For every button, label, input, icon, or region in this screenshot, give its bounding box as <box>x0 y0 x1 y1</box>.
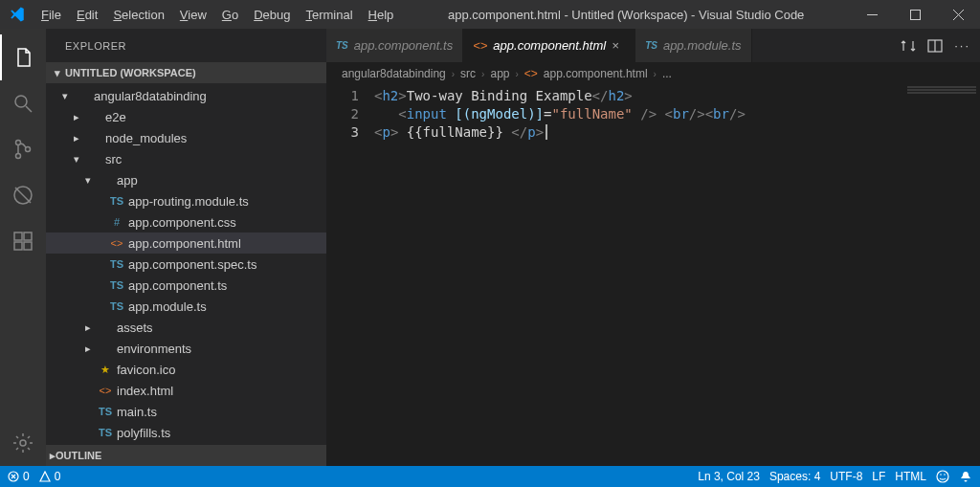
editor[interactable]: 123 <h2>Two-way Binding Example</h2> <in… <box>326 85 980 466</box>
search-icon[interactable] <box>0 80 46 126</box>
menu-item-view[interactable]: View <box>172 4 214 26</box>
status-encoding[interactable]: UTF-8 <box>830 470 862 483</box>
tree-item[interactable]: <>app.component.html <box>46 232 326 254</box>
feedback-icon[interactable] <box>936 470 949 483</box>
more-icon[interactable]: ··· <box>954 38 970 53</box>
status-eol[interactable]: LF <box>872 470 885 483</box>
twisty-icon: ▸ <box>69 132 84 144</box>
activity-bar <box>0 29 46 466</box>
breadcrumbs[interactable]: angular8databinding›src›app›<>app.compon… <box>326 62 980 85</box>
menu-item-debug[interactable]: Debug <box>246 4 298 26</box>
status-warnings[interactable]: 0 <box>39 470 61 483</box>
minimap[interactable] <box>903 85 980 466</box>
svg-point-16 <box>944 474 946 476</box>
tree-item[interactable]: ▾src <box>46 148 326 169</box>
tree-item-label: app-routing.module.ts <box>126 194 249 209</box>
svg-rect-10 <box>24 232 32 240</box>
outline-section-header[interactable]: ▸ OUTLINE <box>46 445 326 466</box>
tree-item[interactable]: #app.component.css <box>46 211 326 232</box>
file-icon: TS <box>107 279 126 291</box>
svg-point-5 <box>26 147 31 152</box>
svg-rect-8 <box>14 242 22 250</box>
file-icon: TS <box>96 427 115 438</box>
status-spaces[interactable]: Spaces: 4 <box>769 470 820 483</box>
tree-item[interactable]: <>index.html <box>46 380 326 401</box>
breadcrumb-separator: › <box>478 69 488 79</box>
tree-item[interactable]: ▸node_modules <box>46 127 326 148</box>
menu-bar: FileEditSelectionViewGoDebugTerminalHelp <box>33 4 401 26</box>
maximize-button[interactable] <box>894 0 937 29</box>
minimize-button[interactable] <box>851 0 894 29</box>
breadcrumb-item[interactable]: app.component.html <box>544 67 648 80</box>
status-bar: 0 0 Ln 3, Col 23 Spaces: 4 UTF-8 LF HTML <box>0 466 980 487</box>
twisty-icon: ▾ <box>80 174 96 187</box>
svg-rect-7 <box>14 232 22 240</box>
menu-item-terminal[interactable]: Terminal <box>298 4 360 26</box>
debug-icon[interactable] <box>0 172 46 218</box>
breadcrumb-item[interactable]: angular8databinding <box>342 67 446 80</box>
breadcrumb-item[interactable]: src <box>460 67 476 80</box>
file-icon: ★ <box>96 364 115 376</box>
explorer-icon[interactable] <box>0 34 46 80</box>
tab[interactable]: <>app.component.html× <box>463 29 635 62</box>
breadcrumb-separator: › <box>448 69 458 79</box>
tree-item[interactable]: TSapp.component.spec.ts <box>46 254 326 275</box>
tree-item[interactable]: ▾app <box>46 169 326 190</box>
tree-item[interactable]: ▾angular8databinding <box>46 85 326 106</box>
menu-item-selection[interactable]: Selection <box>105 4 171 26</box>
tree-item[interactable]: ▸environments <box>46 338 326 359</box>
tab-label: app.component.ts <box>354 38 453 53</box>
twisty-icon: ▸ <box>69 111 84 123</box>
breadcrumb-item[interactable]: app <box>490 67 509 80</box>
tree-item-label: app.module.ts <box>126 299 207 314</box>
file-icon: TS <box>107 300 126 312</box>
tree-item[interactable]: TSapp.module.ts <box>46 296 326 317</box>
close-icon[interactable]: × <box>612 38 625 53</box>
menu-item-help[interactable]: Help <box>361 4 402 26</box>
tree-item-label: favicon.ico <box>115 363 175 377</box>
tree-item[interactable]: TSmain.ts <box>46 401 326 422</box>
twisty-icon: ▾ <box>57 90 73 102</box>
workspace-section-header[interactable]: ▾ UNTITLED (WORKSPACE) <box>46 62 326 83</box>
status-language[interactable]: HTML <box>895 470 926 483</box>
status-errors[interactable]: 0 <box>8 470 30 483</box>
line-number: 2 <box>326 105 359 123</box>
tree-item[interactable]: ▸assets <box>46 317 326 338</box>
sidebar: EXPLORER ▾ UNTITLED (WORKSPACE) ▾angular… <box>46 29 326 466</box>
code-line[interactable]: <input [(ngModel)]="fullName" /> <br/><b… <box>374 105 903 123</box>
tab-bar: TSapp.component.ts<>app.component.html×T… <box>326 29 980 62</box>
extensions-icon[interactable] <box>0 218 46 264</box>
tree-item[interactable]: TSpolyfills.ts <box>46 422 326 443</box>
tree-item[interactable]: TSapp-routing.module.ts <box>46 190 326 211</box>
tab[interactable]: TSapp.component.ts <box>326 29 463 62</box>
gutter: 123 <box>326 85 374 466</box>
source-control-icon[interactable] <box>0 126 46 172</box>
code-area[interactable]: <h2>Two-way Binding Example</h2> <input … <box>374 85 903 466</box>
notifications-icon[interactable] <box>959 470 972 483</box>
close-button[interactable] <box>937 0 980 29</box>
breadcrumb-item[interactable]: ... <box>662 67 672 80</box>
svg-rect-9 <box>24 242 32 250</box>
menu-item-edit[interactable]: Edit <box>69 4 105 26</box>
line-number: 1 <box>326 87 359 105</box>
code-line[interactable]: <p> {{fullName}} </p> <box>374 123 903 142</box>
tree-item[interactable]: ★favicon.ico <box>46 359 326 380</box>
tree-item[interactable]: TSapp.component.ts <box>46 275 326 296</box>
file-icon: TS <box>336 40 348 51</box>
breadcrumb-separator: › <box>650 69 660 79</box>
menu-item-file[interactable]: File <box>33 4 69 26</box>
tree-item[interactable]: ▸e2e <box>46 106 326 127</box>
menu-item-go[interactable]: Go <box>214 4 246 26</box>
split-editor-icon[interactable] <box>927 38 943 54</box>
svg-point-14 <box>937 471 948 482</box>
compare-icon[interactable] <box>901 38 916 54</box>
code-line[interactable]: <h2>Two-way Binding Example</h2> <box>374 87 903 105</box>
tree-item-label: polyfills.ts <box>115 426 170 440</box>
breadcrumb-separator: › <box>511 69 522 79</box>
settings-icon[interactable] <box>0 420 46 466</box>
cursor <box>546 124 547 140</box>
tab[interactable]: TSapp.module.ts <box>635 29 751 62</box>
status-lncol[interactable]: Ln 3, Col 23 <box>698 470 760 483</box>
tree-item-label: src <box>103 152 122 166</box>
twisty-icon: ▸ <box>80 343 96 355</box>
